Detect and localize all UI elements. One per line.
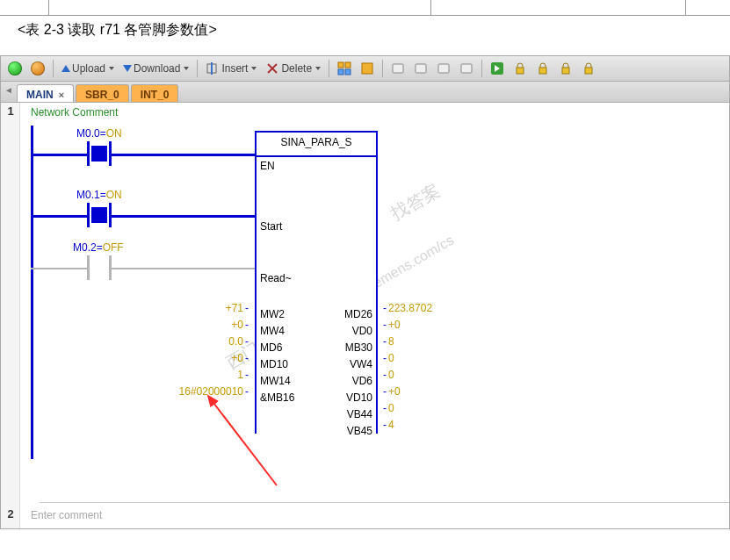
pou-icon-1[interactable]	[334, 59, 355, 78]
folder-icon	[414, 61, 428, 75]
network-comment-placeholder[interactable]: Enter comment	[20, 506, 729, 521]
contact-m0-0[interactable]	[87, 141, 112, 166]
tab-scroll-left[interactable]: ◄	[4, 85, 13, 99]
param-value: 0.0-	[163, 335, 250, 348]
toolbar: Upload Download Insert Delete	[1, 56, 729, 82]
upload-label: Upload	[70, 62, 107, 75]
pin-read: Read~	[260, 272, 292, 284]
network-comment: Network Comment	[20, 103, 729, 118]
bookmark-btn-3[interactable]	[555, 59, 576, 78]
svg-rect-15	[539, 68, 546, 74]
insert-button[interactable]: Insert	[202, 59, 260, 78]
param-value: -223.8702	[381, 302, 432, 314]
nav-btn-2[interactable]	[410, 59, 431, 78]
network-divider	[40, 502, 729, 503]
upload-icon	[61, 65, 70, 72]
nav-back-button[interactable]	[387, 59, 408, 78]
play-icon	[8, 61, 22, 75]
contact-m0-1[interactable]	[87, 203, 112, 227]
pin-left: MW14	[260, 375, 291, 387]
block-icon	[360, 61, 374, 75]
param-value: -8	[381, 335, 394, 348]
bookmark-btn-4[interactable]	[578, 59, 599, 78]
pin-right: MB30	[345, 341, 372, 354]
stop-button[interactable]	[27, 59, 48, 78]
svg-rect-14	[517, 68, 524, 74]
grid-icon	[337, 61, 351, 75]
chevron-down-icon	[184, 67, 189, 70]
svg-rect-7	[345, 69, 351, 75]
svg-rect-8	[362, 63, 372, 74]
tab-int0[interactable]: INT_0	[131, 84, 179, 102]
param-value: -4	[381, 419, 394, 431]
pin-right: VD10	[346, 391, 372, 404]
tab-main[interactable]: MAIN ×	[17, 84, 74, 102]
doc-caption: <表 2-3 读取 r71 各管脚参数值>	[0, 16, 730, 55]
network-number: 2	[1, 507, 20, 521]
back-icon	[391, 61, 405, 75]
chevron-down-icon	[109, 67, 114, 70]
param-value: -+0	[381, 385, 401, 398]
close-icon[interactable]: ×	[59, 90, 64, 100]
insert-icon	[206, 61, 220, 75]
svg-rect-6	[338, 69, 343, 75]
svg-rect-12	[461, 64, 472, 73]
param-value: -0	[381, 352, 394, 364]
download-button[interactable]: Download	[119, 59, 192, 78]
arrow-right-icon	[490, 61, 504, 75]
param-value: +0-	[163, 319, 250, 331]
svg-rect-16	[562, 68, 569, 74]
param-value: -+0	[381, 319, 401, 331]
pin-right: VB45	[347, 425, 372, 437]
left-power-rail	[31, 126, 33, 459]
pin-right: MD26	[344, 308, 372, 320]
tab-sbr0[interactable]: SBR_0	[76, 84, 129, 102]
insert-label: Insert	[220, 62, 249, 75]
bookmark-btn-2[interactable]	[532, 59, 553, 78]
download-label: Download	[132, 62, 182, 75]
upload-button[interactable]: Upload	[58, 59, 118, 78]
run-button[interactable]	[4, 59, 25, 78]
toolbar-separator	[481, 60, 482, 77]
delete-label: Delete	[279, 62, 314, 75]
pin-en: EN	[260, 160, 275, 172]
svg-rect-5	[345, 62, 351, 68]
chevron-down-icon	[315, 67, 321, 70]
tab-label: SBR_0	[85, 89, 119, 101]
bookmark-btn-1[interactable]	[510, 59, 531, 78]
doc-table-header	[0, 0, 730, 16]
network-2: Enter comment	[20, 506, 729, 521]
pin-right: VD0	[352, 325, 372, 337]
svg-rect-9	[393, 64, 403, 73]
svg-rect-11	[438, 64, 449, 73]
toolbar-separator	[382, 60, 383, 77]
svg-rect-10	[416, 64, 426, 73]
folder-icon	[437, 61, 451, 75]
network-1: Network Comment 找答案 industry.siemens.com…	[20, 103, 729, 528]
tab-label: MAIN	[26, 89, 54, 101]
ladder-editor[interactable]: 1 2 Network Comment 找答案 industry.siemens…	[1, 103, 729, 528]
delete-button[interactable]: Delete	[262, 59, 324, 78]
nav-btn-3[interactable]	[433, 59, 454, 78]
nav-btn-4[interactable]	[456, 59, 477, 78]
toolbar-separator	[197, 60, 198, 77]
block-title: SINA_PARA_S	[257, 133, 376, 157]
pin-right: VD6	[352, 375, 372, 387]
svg-rect-17	[585, 68, 592, 74]
annotation-arrow	[189, 389, 294, 494]
pin-right: VW4	[350, 358, 372, 370]
param-value: 1-	[163, 369, 250, 381]
gutter: 1 2	[1, 103, 20, 528]
pin-left: MD6	[260, 341, 282, 354]
download-icon	[123, 65, 132, 72]
contact-m0-2[interactable]	[87, 255, 112, 280]
stop-icon	[31, 61, 45, 75]
lock-icon	[559, 61, 573, 75]
pou-icon-2[interactable]	[357, 59, 378, 78]
param-value: -0	[381, 402, 394, 414]
goto-button[interactable]	[487, 59, 508, 78]
tab-label: INT_0	[141, 89, 170, 101]
chevron-down-icon	[251, 67, 257, 70]
lock-icon	[582, 61, 596, 75]
lock-icon	[513, 61, 527, 75]
